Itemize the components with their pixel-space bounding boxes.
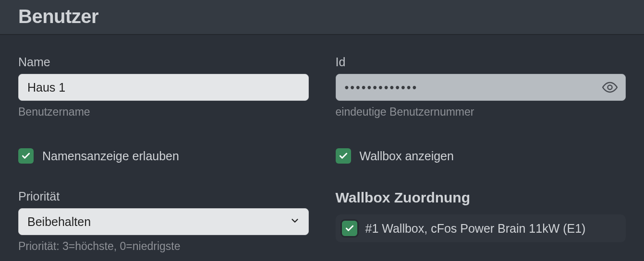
- allow-name-display-checkbox[interactable]: [18, 148, 34, 164]
- priority-helper: Priorität: 3=höchste, 0=niedrigste: [18, 240, 309, 253]
- show-wallbox-label: Wallbox anzeigen: [360, 149, 454, 163]
- wallbox-assignment-item[interactable]: #1 Wallbox, cFos Power Brain 11kW (E1): [336, 214, 626, 242]
- priority-select[interactable]: Beibehalten: [18, 208, 309, 235]
- right-column: Id eindeutige Benutzernummer Wallbox anz…: [336, 55, 626, 253]
- wallbox-assignment-label: #1 Wallbox, cFos Power Brain 11kW (E1): [365, 222, 586, 236]
- name-label: Name: [18, 55, 309, 69]
- check-icon: [21, 151, 31, 161]
- allow-name-display-row[interactable]: Namensanzeige erlauben: [18, 148, 309, 164]
- page-header: Benutzer: [0, 0, 644, 35]
- name-helper: Benutzername: [18, 106, 309, 119]
- priority-section: Priorität Beibehalten Priorität: 3=höchs…: [18, 190, 309, 253]
- id-label: Id: [336, 55, 626, 69]
- wallbox-assignment-heading: Wallbox Zuordnung: [336, 190, 626, 206]
- id-input[interactable]: [336, 74, 626, 101]
- svg-point-0: [608, 85, 612, 89]
- name-input[interactable]: [18, 74, 309, 101]
- allow-name-display-label: Namensanzeige erlauben: [42, 149, 179, 163]
- show-wallbox-checkbox[interactable]: [336, 148, 351, 164]
- check-icon: [345, 224, 354, 233]
- eye-icon: [602, 79, 618, 95]
- check-icon: [339, 151, 348, 161]
- page-title: Benutzer: [18, 6, 626, 27]
- left-column: Name Benutzername Namensanzeige erlauben…: [18, 55, 309, 253]
- wallbox-assignment-checkbox[interactable]: [340, 219, 359, 237]
- id-helper: eindeutige Benutzernummer: [336, 106, 626, 119]
- show-wallbox-row[interactable]: Wallbox anzeigen: [336, 148, 626, 164]
- form-body: Name Benutzername Namensanzeige erlauben…: [0, 35, 644, 253]
- toggle-id-visibility-button[interactable]: [601, 78, 619, 96]
- priority-label: Priorität: [18, 190, 309, 203]
